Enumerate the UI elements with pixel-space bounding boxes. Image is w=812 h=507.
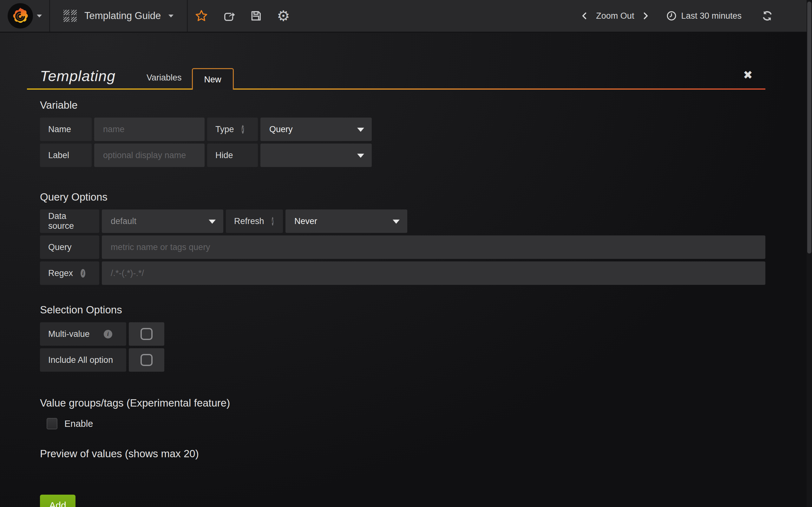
enable-row: Enable [40,418,765,429]
query-options-heading: Query Options [40,190,765,204]
variable-row-1: Name Type i Query [40,118,765,141]
time-shift-back-button[interactable] [577,6,592,25]
scrollbar-thumb[interactable] [807,2,811,253]
chevron-down-icon [168,14,173,17]
query-label: Query [40,235,99,259]
chevron-down-icon [357,154,364,158]
dashboard-title-dropdown[interactable]: Templating Guide [50,0,188,32]
multi-value-label: Multi-value i [40,322,126,346]
selection-options-heading: Selection Options [40,303,765,317]
save-button[interactable] [242,0,270,32]
star-icon [195,9,208,22]
top-navbar: Templating Guide ⚙ Zoom Out [0,0,812,33]
tab-new[interactable]: New [192,68,234,90]
scrollbar-track[interactable] [807,0,812,507]
clock-icon [666,10,677,21]
hide-select[interactable] [260,144,372,167]
type-label: Type i [207,118,258,141]
grafana-menu-button[interactable] [0,0,50,32]
chevron-down-icon [393,220,400,224]
multi-value-info-icon[interactable]: i [104,330,112,338]
save-icon [249,9,263,22]
refresh-label: Refresh i [226,210,283,233]
multi-value-label-text: Multi-value [48,329,90,339]
type-info-icon[interactable]: i [242,125,244,134]
chevron-down-icon [37,14,42,17]
include-all-checkbox-cell[interactable] [129,348,164,372]
multi-value-checkbox-cell[interactable] [129,322,164,346]
regex-label-text: Regex [48,268,73,278]
label-field-wrap [94,144,205,167]
enable-checkbox[interactable] [47,418,57,429]
name-field-wrap [94,118,205,141]
query-input[interactable] [102,235,765,259]
chevron-left-icon [580,10,589,21]
gear-icon: ⚙ [277,9,290,23]
templating-header: Templating Variables New ✖ [27,62,765,90]
type-label-text: Type [215,124,234,134]
type-select-value: Query [269,124,293,134]
value-groups-heading: Value groups/tags (Experimental feature) [40,396,765,410]
settings-button[interactable]: ⚙ [270,0,297,32]
add-button[interactable]: Add [40,495,75,507]
variable-section-heading: Variable [40,99,765,112]
refresh-icon [761,10,773,22]
zoom-out-button[interactable]: Zoom Out [592,11,639,21]
multi-value-checkbox[interactable] [141,328,153,340]
include-all-label: Include All option [40,348,126,372]
time-shift-forward-button[interactable] [639,6,653,25]
query-field-wrap [102,235,765,259]
close-icon[interactable]: ✖ [743,69,753,81]
query-options-row-3: Regex i [40,262,765,285]
page-title: Templating [40,67,115,84]
regex-input[interactable] [102,262,765,285]
label-input[interactable] [94,144,205,167]
refresh-label-text: Refresh [234,216,264,226]
navbar-time-controls: Zoom Out Last 30 minutes [577,0,812,32]
templating-editor: Variable Name Type i Query Label Hide Qu… [0,99,812,507]
selection-options-row-1: Multi-value i [40,322,765,346]
time-range-picker[interactable]: Last 30 minutes [666,10,742,21]
name-label: Name [40,118,92,141]
regex-info-icon[interactable]: i [81,269,85,278]
grafana-logo-icon [8,3,33,29]
chevron-down-icon [209,220,216,224]
query-options-row-2: Query [40,235,765,259]
tab-variables[interactable]: Variables [136,68,192,90]
navbar-actions: ⚙ [188,0,297,32]
variable-row-2: Label Hide [40,144,765,167]
refresh-select-value: Never [294,216,317,226]
include-all-checkbox[interactable] [141,354,153,366]
time-range-label: Last 30 minutes [681,11,742,21]
dashboard-title: Templating Guide [84,10,161,21]
refresh-info-icon[interactable]: i [272,217,273,226]
refresh-select[interactable]: Never [286,210,407,233]
datasource-select[interactable]: default [102,210,223,233]
enable-label: Enable [64,418,93,429]
regex-field-wrap [102,262,765,285]
regex-label: Regex i [40,262,99,285]
star-button[interactable] [188,0,215,32]
type-select[interactable]: Query [260,118,372,141]
preview-heading: Preview of values (shows max 20) [40,447,765,460]
chevron-right-icon [641,10,650,21]
refresh-button[interactable] [761,10,773,22]
dashboard-grid-icon [63,10,77,22]
tab-bar: Variables New [136,68,234,90]
chevron-down-icon [357,128,364,132]
share-icon [222,9,235,22]
name-input[interactable] [94,118,205,141]
hide-label: Hide [207,144,258,167]
share-button[interactable] [215,0,242,32]
datasource-label: Data source [40,210,99,233]
label-label: Label [40,144,92,167]
datasource-select-value: default [111,216,136,226]
query-options-row-1: Data source default Refresh i Never [40,210,765,233]
selection-options-row-2: Include All option [40,348,765,372]
